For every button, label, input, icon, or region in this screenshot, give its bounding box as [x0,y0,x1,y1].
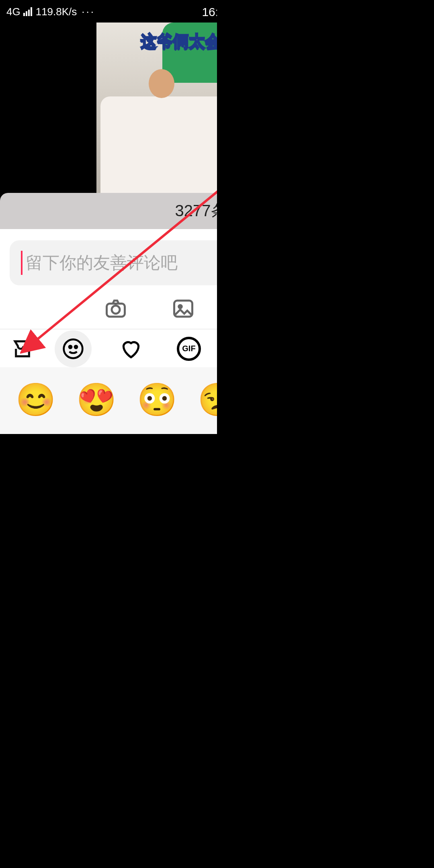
video-caption: 这爷俩太会玩了😂😂 [96,31,217,52]
emoji-grid: 😊😍😳😒😮‍💨😭🤣😡😁😅😆😜😍🐺❤️🤌👍👏🙏🤗🌹🤔😜🥳😆😆😜加油😮 发送 [0,367,217,434]
svg-point-2 [112,306,120,314]
status-bar: 4G 119.8K/s ··· 16:27 HD 80% ⚡ [0,0,217,23]
svg-point-12 [64,339,83,358]
svg-point-14 [75,345,77,348]
video-preview[interactable]: 这爷俩太会玩了😂😂 [0,23,217,193]
tab-emoji[interactable] [55,330,92,367]
emoji-item[interactable]: 😡 [16,432,54,434]
camera-icon[interactable] [104,297,128,321]
svg-point-4 [179,305,182,308]
emoji-item[interactable]: 😒 [198,380,217,419]
comments-header: 3277条评论 ✕ [0,193,217,229]
comment-placeholder: 留下你的友善评论吧 [26,252,178,274]
text-cursor [21,251,23,275]
input-tools: @ [10,297,217,321]
comment-input[interactable]: 留下你的友善评论吧 [10,240,217,285]
image-icon[interactable] [171,297,195,321]
emoji-tabs: GIF 🙇 🐻 🐕 [0,329,217,367]
clock: 16:27 [0,4,217,18]
comment-input-zone: 留下你的友善评论吧 @ [0,229,217,329]
tab-gif[interactable]: GIF [170,330,207,367]
tab-favorite[interactable] [113,330,149,367]
sofa-graphic [100,96,217,193]
emoji-item[interactable]: 😆 [198,432,217,434]
emoji-item[interactable]: 😍 [76,380,115,419]
sticker-shop-icon[interactable] [11,337,34,360]
emoji-item[interactable]: 😊 [16,380,54,419]
emoji-item[interactable]: 😳 [137,380,176,419]
svg-point-13 [69,345,72,348]
emoji-item[interactable]: 😁 [76,432,115,434]
comments-count: 3277条评论 [175,200,217,222]
emoji-item[interactable]: 😅 [137,432,176,434]
